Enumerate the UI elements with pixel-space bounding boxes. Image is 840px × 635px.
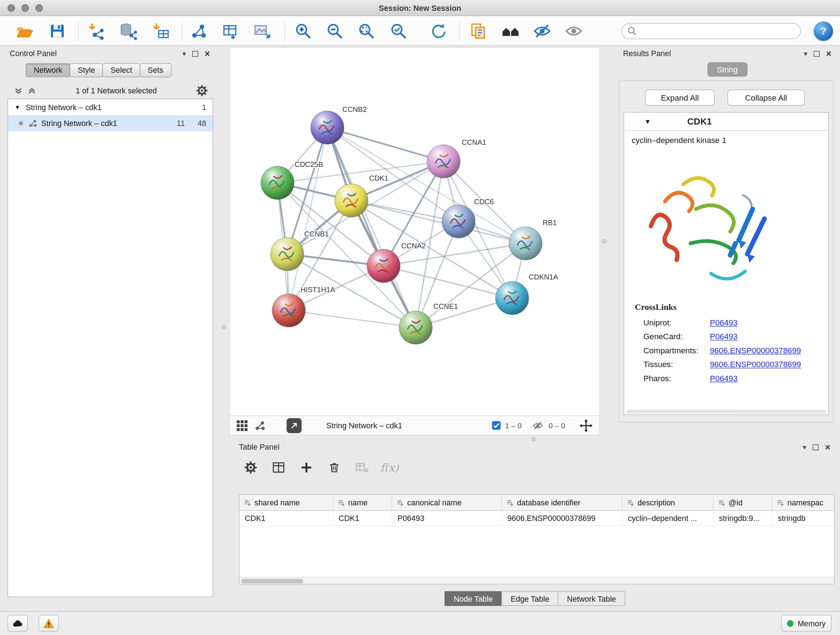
grid-view-icon[interactable] [236, 420, 248, 432]
export-image-icon[interactable] [251, 20, 273, 42]
network-node-cdc25b[interactable] [261, 166, 294, 200]
genecard-link[interactable]: P06493 [710, 332, 737, 340]
network-row-selected[interactable]: String Network – cdk1 11 48 [8, 115, 213, 131]
import-network-from-file-icon[interactable] [86, 20, 107, 42]
select-columns-icon[interactable] [269, 458, 288, 477]
network-view-icon[interactable] [254, 420, 265, 431]
collapse-all-button[interactable]: Collapse All [728, 89, 805, 105]
float-panel-icon[interactable]: ▾ [182, 50, 186, 57]
tissues-link[interactable]: 9606.ENSP00000378699 [710, 359, 801, 369]
help-icon[interactable]: ? [813, 21, 833, 41]
tab-sets[interactable]: Sets [140, 63, 171, 78]
network-node-rb1[interactable] [509, 226, 542, 260]
new-network-icon[interactable] [188, 20, 210, 42]
expand-all-icon[interactable] [27, 86, 36, 95]
network-node-cdc6[interactable] [442, 205, 475, 238]
column-header[interactable]: canonical name [392, 495, 502, 510]
search-input[interactable] [637, 27, 795, 35]
maximize-panel-icon[interactable] [813, 444, 819, 450]
network-edge[interactable] [289, 310, 416, 327]
left-splitter-handle[interactable] [222, 325, 226, 329]
column-header[interactable]: @id [714, 495, 773, 510]
tab-select[interactable]: Select [103, 63, 140, 78]
network-node-ccna2[interactable] [367, 249, 400, 283]
collapse-all-icon[interactable] [14, 86, 23, 95]
close-window-button[interactable] [8, 4, 15, 12]
hide-graphics-icon[interactable] [531, 20, 553, 42]
compartments-link[interactable]: 9606.ENSP00000378699 [710, 345, 801, 355]
table-gear-icon[interactable] [241, 458, 260, 477]
network-node-ccnb2[interactable] [311, 111, 344, 144]
tab-node-table[interactable]: Node Table [445, 591, 502, 606]
delete-column-icon[interactable] [325, 458, 344, 477]
close-panel-icon[interactable]: × [205, 49, 210, 58]
network-view-canvas[interactable]: CCNB2CCNA1CDC25BCDK1CDC6RB1CCNB1CCNA2CDK… [229, 47, 600, 415]
results-scrollbar[interactable] [626, 409, 826, 413]
network-node-hist1h1a[interactable] [272, 294, 305, 327]
network-edge[interactable] [327, 127, 416, 327]
detach-view-button[interactable] [286, 418, 302, 432]
add-column-icon[interactable] [297, 458, 316, 477]
float-panel-icon[interactable]: ▾ [803, 443, 806, 450]
scrollbar-thumb[interactable] [241, 579, 303, 583]
tab-network[interactable]: Network [26, 63, 70, 78]
zoom-window-button[interactable] [35, 4, 43, 12]
new-table-icon[interactable] [219, 20, 241, 42]
hidden-eye-icon[interactable] [531, 420, 545, 431]
gear-icon[interactable] [196, 85, 208, 97]
import-network-from-database-icon[interactable] [117, 20, 139, 42]
zoom-fit-icon[interactable] [355, 20, 377, 42]
uniprot-link[interactable]: P06493 [710, 318, 737, 326]
close-panel-icon[interactable]: × [825, 442, 831, 451]
selected-checkbox-icon[interactable] [492, 421, 501, 430]
memory-button[interactable]: Memory [781, 615, 831, 632]
tab-string[interactable]: String [707, 62, 747, 77]
expand-all-button[interactable]: Expand All [645, 89, 715, 105]
tab-style[interactable]: Style [70, 63, 103, 78]
minimize-window-button[interactable] [21, 4, 29, 12]
import-table-from-file-icon[interactable] [150, 20, 172, 42]
warnings-button[interactable] [39, 615, 59, 632]
maximize-panel-icon[interactable] [814, 51, 820, 57]
zoom-selected-icon[interactable] [388, 20, 409, 42]
float-panel-icon[interactable]: ▾ [804, 50, 807, 57]
network-node-cdk1[interactable] [335, 184, 368, 217]
table-horizontal-scrollbar[interactable] [240, 577, 834, 584]
global-search-field[interactable] [622, 23, 801, 39]
window-controls[interactable] [8, 4, 43, 12]
pan-crosshair-icon[interactable] [579, 418, 593, 432]
network-node-ccnb1[interactable] [271, 238, 304, 271]
collapse-protein-icon[interactable]: ▼ [644, 118, 651, 125]
network-edge[interactable] [327, 127, 444, 161]
refresh-layout-icon[interactable] [428, 20, 449, 42]
tab-edge-table[interactable]: Edge Table [501, 591, 558, 606]
column-header[interactable]: name [333, 495, 392, 510]
close-panel-icon[interactable]: × [826, 49, 832, 58]
pharos-link[interactable]: P06493 [710, 373, 737, 382]
protein-card-header[interactable]: ▼ CDK1 [624, 112, 828, 131]
network-collection-row[interactable]: ▼ String Network – cdk1 1 [8, 99, 213, 115]
network-graph[interactable]: CCNB2CCNA1CDC25BCDK1CDC6RB1CCNB1CCNA2CDK… [230, 48, 600, 416]
zoom-out-icon[interactable] [324, 20, 346, 42]
network-node-cdkn1a[interactable] [496, 281, 529, 315]
tree-expand-icon[interactable]: ▼ [14, 104, 20, 111]
tab-network-table[interactable]: Network Table [558, 591, 625, 606]
save-session-icon[interactable] [47, 20, 68, 42]
zoom-in-icon[interactable] [293, 20, 314, 42]
column-header[interactable]: shared name [240, 495, 333, 510]
cloud-status-button[interactable] [8, 615, 28, 632]
network-node-ccne1[interactable] [399, 311, 432, 344]
column-header[interactable]: description [622, 495, 714, 510]
table-row[interactable]: CDK1 CDK1 P06493 9606.ENSP00000378699 cy… [240, 511, 834, 526]
network-node-ccna1[interactable] [427, 145, 460, 178]
show-hide-panels-icon[interactable] [500, 20, 521, 42]
node-label-ccna1: CCNA1 [462, 138, 486, 146]
column-header[interactable]: database identifier [502, 495, 622, 510]
right-splitter-handle[interactable] [602, 239, 606, 243]
maximize-panel-icon[interactable] [193, 51, 198, 57]
network-edge[interactable] [289, 127, 327, 310]
column-header[interactable]: namespac [772, 495, 833, 510]
annotation-icon[interactable] [467, 20, 488, 42]
open-session-icon[interactable] [13, 20, 35, 42]
show-graphics-icon[interactable] [563, 20, 584, 42]
